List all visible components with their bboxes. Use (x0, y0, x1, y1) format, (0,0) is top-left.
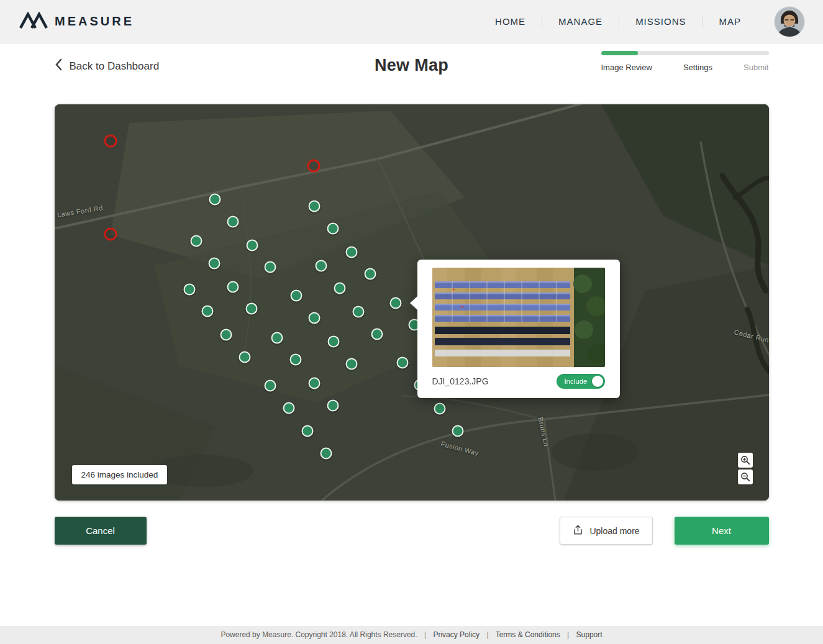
nav-item-map[interactable]: MAP (703, 10, 757, 33)
image-marker-included[interactable] (271, 332, 283, 344)
image-marker-included[interactable] (327, 223, 339, 235)
footer-separator: | (424, 630, 426, 639)
footer-link-terms[interactable]: Terms & Conditions (496, 630, 560, 639)
image-marker-included[interactable] (389, 297, 401, 309)
chevron-left-icon (55, 58, 62, 74)
step-settings: Settings (683, 63, 712, 72)
brand-name: MEASURE (55, 14, 134, 29)
zoom-in-button[interactable] (738, 453, 753, 468)
image-marker-included[interactable] (183, 284, 195, 296)
image-marker-included[interactable] (227, 216, 239, 228)
upload-more-label: Upload more (589, 526, 639, 536)
include-toggle-label: Include (564, 378, 587, 385)
image-marker-included[interactable] (327, 336, 339, 348)
image-marker-included[interactable] (209, 194, 221, 206)
image-marker-included[interactable] (352, 306, 364, 318)
zoom-out-icon (740, 472, 750, 482)
user-avatar[interactable] (775, 7, 804, 37)
top-navigation: MEASURE HOME MANAGE MISSIONS MAP (0, 0, 823, 43)
upload-more-button[interactable]: Upload more (560, 517, 653, 545)
image-marker-included[interactable] (308, 378, 320, 389)
toggle-knob (592, 376, 603, 387)
back-link-label: Back to Dashboard (70, 60, 160, 73)
image-marker-excluded[interactable] (307, 160, 320, 173)
measure-logo-icon (19, 12, 48, 32)
image-marker-included[interactable] (364, 268, 376, 280)
zoom-controls (738, 453, 753, 484)
image-marker-included[interactable] (308, 201, 320, 212)
image-marker-included[interactable] (190, 235, 202, 247)
wizard-header: Back to Dashboard New Map Image Review S… (0, 43, 823, 82)
image-marker-included[interactable] (434, 403, 445, 415)
image-marker-included[interactable] (396, 357, 408, 369)
step-submit: Submit (743, 63, 768, 72)
step-image-review: Image Review (601, 63, 652, 72)
progress-bar (601, 51, 769, 55)
nav-item-missions[interactable]: MISSIONS (619, 10, 702, 33)
zoom-in-icon (740, 455, 750, 465)
images-included-badge: 246 images included (72, 465, 168, 484)
wizard-actions: Cancel Upload more Next (55, 517, 769, 545)
include-toggle[interactable]: Include (557, 374, 604, 389)
image-marker-included[interactable] (371, 329, 383, 340)
progress-steps: Image Review Settings Submit (601, 63, 769, 72)
image-marker-included[interactable] (345, 247, 357, 258)
image-marker-included[interactable] (208, 258, 220, 270)
image-marker-included[interactable] (289, 354, 301, 366)
page-footer: Powered by Measure. Copyright 2018. All … (0, 626, 823, 644)
wizard-progress: Image Review Settings Submit (601, 51, 769, 72)
map-area[interactable]: Laws Ford RdCedar RunBruns LnFusion Way (55, 104, 769, 501)
image-marker-included[interactable] (290, 290, 302, 302)
image-marker-included[interactable] (283, 402, 294, 414)
image-marker-included[interactable] (308, 312, 320, 324)
brand-logo[interactable]: MEASURE (19, 12, 134, 32)
image-marker-included[interactable] (245, 303, 257, 315)
image-marker-included[interactable] (334, 283, 345, 294)
image-marker-included[interactable] (452, 425, 463, 437)
footer-copyright: Powered by Measure. Copyright 2018. All … (221, 630, 417, 639)
image-preview-popup: DJI_0123.JPG Include (417, 260, 620, 398)
image-marker-included[interactable] (345, 358, 357, 370)
footer-link-support[interactable]: Support (576, 630, 602, 639)
cancel-button[interactable]: Cancel (55, 517, 147, 545)
image-marker-included[interactable] (264, 380, 276, 392)
page-title: New Map (375, 56, 448, 75)
image-marker-included[interactable] (264, 261, 276, 273)
image-marker-included[interactable] (320, 448, 332, 460)
progress-fill (601, 51, 638, 55)
image-marker-included[interactable] (301, 425, 313, 437)
nav-item-manage[interactable]: MANAGE (542, 10, 619, 33)
image-marker-included[interactable] (220, 329, 232, 341)
footer-link-privacy[interactable]: Privacy Policy (433, 630, 480, 639)
image-marker-excluded[interactable] (104, 135, 117, 148)
image-marker-included[interactable] (315, 260, 327, 272)
next-button[interactable]: Next (675, 517, 769, 545)
upload-icon (572, 524, 584, 538)
aerial-solar-farm-thumbnail (432, 268, 605, 367)
image-marker-included[interactable] (246, 240, 258, 252)
image-marker-included[interactable] (239, 351, 250, 363)
main-nav: HOME MANAGE MISSIONS MAP (479, 10, 757, 33)
nav-item-home[interactable]: HOME (479, 10, 542, 33)
back-to-dashboard-link[interactable]: Back to Dashboard (55, 58, 160, 74)
image-marker-included[interactable] (201, 306, 213, 317)
image-marker-excluded[interactable] (104, 228, 117, 241)
zoom-out-button[interactable] (738, 469, 753, 484)
image-filename: DJI_0123.JPG (432, 376, 489, 386)
image-marker-included[interactable] (227, 281, 239, 293)
image-marker-included[interactable] (327, 400, 339, 412)
footer-separator: | (567, 630, 569, 639)
footer-separator: | (486, 630, 488, 639)
